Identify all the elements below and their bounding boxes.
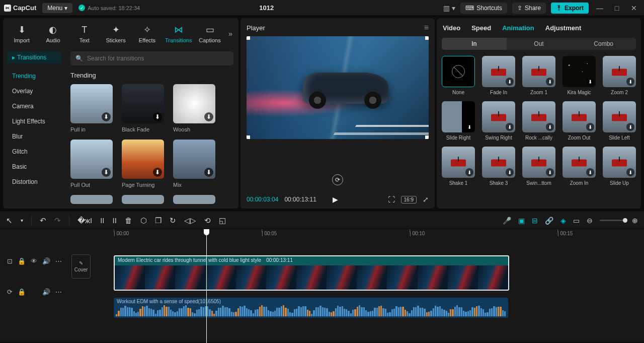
reset-transform-button[interactable]: ⟳ xyxy=(332,174,343,185)
eye-icon[interactable]: 👁 xyxy=(31,257,37,265)
tool-tab-effects[interactable]: ✧Effects xyxy=(131,22,163,45)
segment-combo[interactable]: Combo xyxy=(571,38,636,50)
download-icon[interactable]: ⬇ xyxy=(465,168,473,176)
more-tools-arrow[interactable]: » xyxy=(225,24,235,44)
download-icon[interactable]: ⬇ xyxy=(465,123,473,131)
pointer-dropdown[interactable]: ▾ xyxy=(21,218,23,223)
lock-icon[interactable]: 🔒 xyxy=(18,257,26,265)
redo-button[interactable]: ↷ xyxy=(54,216,61,225)
download-icon[interactable]: ⬇ xyxy=(204,112,213,121)
project-title[interactable]: 1012 xyxy=(96,4,437,12)
split-right-tool[interactable]: ІІ xyxy=(113,216,117,225)
tool-tab-audio[interactable]: ◐Audio xyxy=(37,22,68,45)
animation-item[interactable]: ⬇Zoom 2 xyxy=(603,56,636,95)
category-trending[interactable]: Trending xyxy=(3,68,65,84)
category-glitch[interactable]: Glitch xyxy=(3,144,65,159)
split-left-tool[interactable]: ІІ xyxy=(100,216,104,225)
segment-out[interactable]: Out xyxy=(507,38,572,50)
split-tool[interactable]: �жІ xyxy=(77,216,92,225)
download-icon[interactable]: ⬇ xyxy=(586,123,594,131)
export-button[interactable]: ⭱Export xyxy=(551,3,589,14)
search-input[interactable] xyxy=(87,55,228,62)
copy-icon[interactable]: ❐ xyxy=(155,216,162,225)
focus-icon[interactable]: ⛶ xyxy=(388,195,395,203)
inspector-tab-adjustment[interactable]: Adjustment xyxy=(545,24,582,32)
collapse-icon[interactable]: ⟳ xyxy=(7,288,13,296)
more-icon[interactable]: ⋯ xyxy=(55,288,62,296)
download-icon[interactable]: ⬇ xyxy=(546,168,554,176)
category-camera[interactable]: Camera xyxy=(3,99,65,114)
animation-item[interactable]: None xyxy=(442,56,475,95)
transition-item[interactable]: ⬇Mix xyxy=(173,140,215,188)
playhead[interactable] xyxy=(206,229,207,343)
category-pill-transitions[interactable]: ▸ Transitions xyxy=(7,51,61,63)
snap-icon[interactable]: ◈ xyxy=(560,217,566,225)
zoom-slider[interactable] xyxy=(600,220,625,221)
tool-tab-transitions[interactable]: ⋈Transitions xyxy=(163,22,194,45)
tool-tab-import[interactable]: ⬇Import xyxy=(6,22,37,45)
shortcuts-button[interactable]: ⌨Shortcuts xyxy=(460,3,507,14)
more-icon[interactable]: ⋯ xyxy=(55,257,62,265)
collapse-icon[interactable]: ⊡ xyxy=(7,257,13,265)
maximize-button[interactable]: □ xyxy=(611,4,623,12)
animation-item[interactable]: ⬇Zoom In xyxy=(562,147,596,186)
magnet-left-icon[interactable]: ▣ xyxy=(518,217,525,225)
preview-canvas[interactable] xyxy=(247,36,429,139)
animation-item[interactable]: ⬇Swing Right xyxy=(482,101,515,141)
minimize-button[interactable]: — xyxy=(594,4,606,12)
crop-icon[interactable]: ◱ xyxy=(219,216,226,225)
category-distortion[interactable]: Distortion xyxy=(3,174,65,189)
magnet-icon[interactable]: ⊟ xyxy=(532,217,538,225)
category-overlay[interactable]: Overlay xyxy=(3,84,65,99)
animation-item[interactable]: ⬇Shake 3 xyxy=(482,147,515,186)
cover-button[interactable]: ✎ Cover xyxy=(71,254,91,279)
tool-tab-stickers[interactable]: ✦Stickers xyxy=(100,22,131,45)
animation-item[interactable]: ⬇Zoom 1 xyxy=(522,56,555,95)
delete-tool[interactable]: 🗑 xyxy=(125,216,132,225)
download-icon[interactable]: ⬇ xyxy=(506,123,514,131)
download-icon[interactable]: ⬇ xyxy=(546,123,554,131)
mirror-icon[interactable]: ◁▷ xyxy=(184,216,196,225)
handle-tr[interactable] xyxy=(425,36,429,40)
time-ruler[interactable]: | 00:00| 00:05| 00:10| 00:15 xyxy=(91,229,644,240)
download-icon[interactable]: ⬇ xyxy=(506,168,514,176)
shield-icon[interactable]: ⬡ xyxy=(140,216,147,225)
preview-mode-icon[interactable]: ▭ xyxy=(573,217,580,225)
category-basic[interactable]: Basic xyxy=(3,159,65,174)
category-blur[interactable]: Blur xyxy=(3,129,65,144)
category-light-effects[interactable]: Light Effects xyxy=(3,114,65,129)
transition-item[interactable]: ⬇Woosh xyxy=(173,84,215,132)
video-clip[interactable]: Modern Electric car rides through tunnel… xyxy=(114,255,509,291)
inspector-tab-speed[interactable]: Speed xyxy=(471,24,491,32)
mute-icon[interactable]: 🔊 xyxy=(42,257,50,265)
download-icon[interactable]: ⬇ xyxy=(102,112,111,121)
animation-item[interactable]: ⬇Rock ...cally xyxy=(522,101,555,141)
animation-item[interactable]: ⬇Slide Up xyxy=(603,147,636,186)
download-icon[interactable]: ⬇ xyxy=(626,78,634,86)
inspector-tab-video[interactable]: Video xyxy=(443,24,460,32)
search-box[interactable]: 🔍 xyxy=(70,51,233,65)
animation-item[interactable]: ⬇Kira Magic xyxy=(562,56,596,95)
zoom-out-icon[interactable]: ⊖ xyxy=(587,217,593,225)
transition-item[interactable]: ⬇Pull in xyxy=(70,84,113,132)
close-button[interactable]: ✕ xyxy=(628,4,640,12)
download-icon[interactable]: ⬇ xyxy=(102,168,111,177)
lock-icon[interactable]: 🔒 xyxy=(18,288,26,296)
rotate-icon[interactable]: ⟲ xyxy=(204,216,211,225)
mute-icon[interactable]: 🔊 xyxy=(42,288,50,296)
download-icon[interactable]: ⬇ xyxy=(153,168,162,177)
segment-in[interactable]: In xyxy=(442,38,507,50)
inspector-tab-animation[interactable]: Animation xyxy=(502,24,534,32)
download-icon[interactable]: ⬇ xyxy=(586,78,594,86)
transition-item[interactable] xyxy=(173,195,215,204)
undo-button[interactable]: ↶ xyxy=(40,216,46,225)
player-menu-icon[interactable]: ≡ xyxy=(424,23,429,32)
pointer-tool[interactable]: ↖ xyxy=(6,216,13,225)
animation-item[interactable]: ⬇Slide Left xyxy=(603,101,636,141)
reverse-icon[interactable]: ↻ xyxy=(170,216,176,225)
download-icon[interactable]: ⬇ xyxy=(153,112,162,121)
download-icon[interactable]: ⬇ xyxy=(626,123,634,131)
transition-item[interactable]: ⬇Black Fade xyxy=(122,84,164,132)
animation-item[interactable]: ⬇Fade In xyxy=(482,56,515,95)
transition-item[interactable]: ⬇Page Turning xyxy=(122,140,164,188)
